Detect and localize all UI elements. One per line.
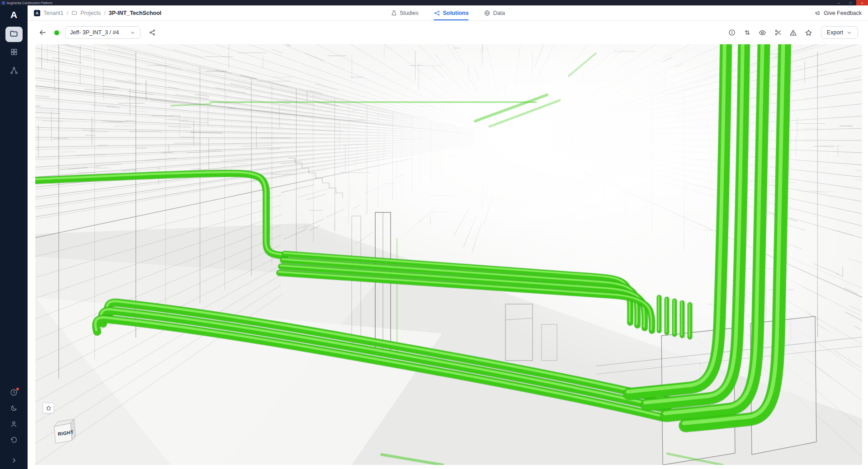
moon-icon: [10, 404, 18, 414]
hierarchy-icon: [10, 66, 18, 76]
sidebar-bottom: [10, 389, 18, 465]
model-viewport[interactable]: RIGHT: [35, 44, 862, 465]
app-icon: [2, 1, 5, 5]
solution-status-dot: [54, 30, 59, 35]
export-button[interactable]: Export: [821, 26, 858, 39]
folder-icon: [9, 29, 18, 40]
breadcrumb-separator: /: [66, 10, 68, 16]
info-icon: [728, 29, 736, 36]
tab-label: Data: [493, 10, 505, 16]
window-controls: – □ ×: [833, 0, 868, 5]
visibility-button[interactable]: [757, 27, 769, 38]
scissors-icon: [774, 29, 782, 36]
grid-icon: [10, 48, 18, 58]
breadcrumb-tenant[interactable]: Tenant1: [43, 10, 63, 16]
beaker-icon: [391, 10, 397, 16]
swap-vertical-icon: [744, 29, 751, 36]
feedback-label: Give Feedback: [824, 10, 862, 16]
notification-badge: [16, 388, 19, 390]
info-button[interactable]: [726, 27, 738, 38]
tab-label: Studies: [400, 10, 419, 16]
window-title-group: Augmenta Construction Platform: [2, 1, 52, 5]
breadcrumb-separator: /: [104, 10, 105, 16]
sidebar-expand-button[interactable]: [11, 457, 17, 465]
star-icon: [805, 29, 812, 37]
solution-selector-dropdown[interactable]: Jeff- 3P_INT_3 / #4: [65, 26, 141, 39]
sidebar-item-projects[interactable]: [5, 27, 23, 42]
sidebar-item-history[interactable]: [10, 436, 18, 446]
user-icon: [10, 420, 18, 430]
sidebar-item-pipelines[interactable]: [5, 64, 23, 79]
solution-toolbar: Jeff- 3P_INT_3 / #4: [28, 21, 868, 44]
navigation-cube[interactable]: RIGHT: [51, 417, 83, 449]
eye-icon: [759, 29, 766, 37]
3d-scene-canvas[interactable]: [35, 44, 862, 465]
tab-studies[interactable]: Studies: [391, 5, 419, 20]
globe-icon: [484, 10, 491, 16]
tab-data[interactable]: Data: [484, 5, 505, 20]
share-icon: [149, 29, 156, 36]
chevron-right-icon: [11, 457, 17, 465]
warning-icon: [789, 29, 797, 37]
chevron-down-icon: [846, 30, 852, 36]
share-button[interactable]: [146, 27, 158, 38]
minimize-button[interactable]: –: [833, 0, 844, 5]
sidebar-item-account[interactable]: [10, 420, 18, 430]
issues-button[interactable]: [788, 27, 799, 38]
section-cut-button[interactable]: [772, 27, 784, 38]
tab-label: Solutions: [443, 10, 469, 16]
network-icon: [434, 10, 440, 16]
home-view-button[interactable]: [42, 403, 54, 413]
folder-mini-icon: [71, 10, 77, 16]
megaphone-icon: [815, 10, 821, 16]
give-feedback-button[interactable]: Give Feedback: [815, 10, 862, 16]
history-icon: [10, 436, 18, 446]
brand-logo: A: [10, 10, 17, 19]
back-button[interactable]: [37, 27, 48, 38]
breadcrumb: A Tenant1 / Projects / 3P-INT_TechSchool: [34, 10, 161, 16]
arrow-left-icon: [38, 28, 47, 37]
favorite-button[interactable]: [803, 27, 815, 38]
home-icon: [46, 405, 52, 411]
top-navbar: A Tenant1 / Projects / 3P-INT_TechSchool…: [28, 5, 868, 21]
sidebar: A: [0, 5, 28, 469]
solution-selector-value: Jeff- 3P_INT_3 / #4: [70, 29, 119, 36]
main-panel: A Tenant1 / Projects / 3P-INT_TechSchool…: [28, 5, 868, 469]
chevron-down-icon: [130, 30, 136, 36]
window-titlebar: Augmenta Construction Platform – □ ×: [0, 0, 868, 5]
sidebar-item-theme[interactable]: [10, 404, 18, 414]
sidebar-item-apps[interactable]: [5, 45, 23, 61]
center-tabs: Studies Solutions Data: [391, 5, 505, 20]
window-title: Augmenta Construction Platform: [7, 1, 52, 5]
breadcrumb-projects[interactable]: Projects: [80, 10, 101, 16]
tab-solutions[interactable]: Solutions: [434, 5, 469, 20]
sidebar-item-notifications[interactable]: [10, 389, 18, 398]
export-label: Export: [827, 29, 843, 36]
toolbar-right-group: Export: [726, 26, 858, 39]
maximize-button[interactable]: □: [844, 0, 856, 5]
compare-button[interactable]: [741, 27, 753, 38]
app-frame: A: [0, 5, 868, 469]
close-button[interactable]: ×: [856, 0, 868, 5]
tenant-logo-chip: A: [34, 10, 40, 16]
breadcrumb-project-name[interactable]: 3P-INT_TechSchool: [109, 10, 161, 16]
